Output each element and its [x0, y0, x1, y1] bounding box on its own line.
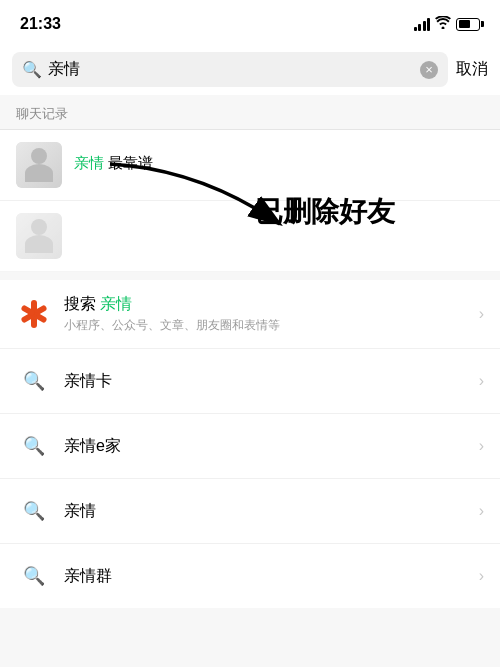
cancel-button[interactable]: 取消 — [456, 57, 488, 82]
result-item-4[interactable]: 🔍 亲情群 › — [0, 544, 500, 608]
status-time: 21:33 — [20, 15, 61, 33]
avatar-2 — [16, 213, 62, 259]
divider — [0, 272, 500, 280]
result-title-1: 亲情卡 — [64, 371, 471, 392]
signal-icon — [414, 17, 431, 31]
wifi-icon — [435, 16, 451, 32]
result-item-3[interactable]: 🔍 亲情 › — [0, 479, 500, 544]
result-content-3: 亲情 — [64, 501, 471, 522]
battery-icon — [456, 18, 480, 31]
result-title-4: 亲情群 — [64, 566, 471, 587]
status-icons — [414, 16, 481, 32]
chat-records-section-label: 聊天记录 — [0, 95, 500, 129]
result-content-1: 亲情卡 — [64, 371, 471, 392]
wechat-search-item[interactable]: 搜索 亲情 小程序、公众号、文章、朋友圈和表情等 › — [0, 280, 500, 349]
search-icon-1: 🔍 — [16, 363, 52, 399]
chevron-icon-0: › — [479, 305, 484, 323]
result-content-2: 亲情e家 — [64, 436, 471, 457]
chevron-icon-1: › — [479, 372, 484, 390]
status-bar: 21:33 — [0, 0, 500, 44]
search-highlight: 亲情 — [100, 294, 132, 315]
search-icon-4: 🔍 — [16, 558, 52, 594]
chat-records-container: 亲情 最靠谱 已删除好友 — [0, 129, 500, 272]
search-prefix: 搜索 — [64, 294, 96, 315]
wechat-icon — [16, 296, 52, 332]
avatar-1 — [16, 142, 62, 188]
clear-button[interactable] — [420, 61, 438, 79]
search-input-wrap[interactable]: 🔍 亲情 — [12, 52, 448, 87]
wechat-search-content: 搜索 亲情 小程序、公众号、文章、朋友圈和表情等 — [64, 294, 471, 334]
chevron-icon-3: › — [479, 502, 484, 520]
search-icon-3: 🔍 — [16, 493, 52, 529]
chevron-icon-2: › — [479, 437, 484, 455]
search-results: 搜索 亲情 小程序、公众号、文章、朋友圈和表情等 › 🔍 亲情卡 › 🔍 亲情e… — [0, 280, 500, 608]
search-icon: 🔍 — [22, 60, 42, 79]
result-item-2[interactable]: 🔍 亲情e家 › — [0, 414, 500, 479]
wechat-search-title: 搜索 亲情 — [64, 294, 471, 315]
result-content-4: 亲情群 — [64, 566, 471, 587]
search-query: 亲情 — [48, 59, 414, 80]
annotation-arrow: 已删除好友 — [80, 149, 420, 269]
svg-text:已删除好友: 已删除好友 — [255, 196, 396, 227]
wechat-search-subtitle: 小程序、公众号、文章、朋友圈和表情等 — [64, 317, 471, 334]
result-title-3: 亲情 — [64, 501, 471, 522]
result-title-2: 亲情e家 — [64, 436, 471, 457]
chevron-icon-4: › — [479, 567, 484, 585]
search-bar: 🔍 亲情 取消 — [0, 44, 500, 95]
search-icon-2: 🔍 — [16, 428, 52, 464]
result-item-1[interactable]: 🔍 亲情卡 › — [0, 349, 500, 414]
